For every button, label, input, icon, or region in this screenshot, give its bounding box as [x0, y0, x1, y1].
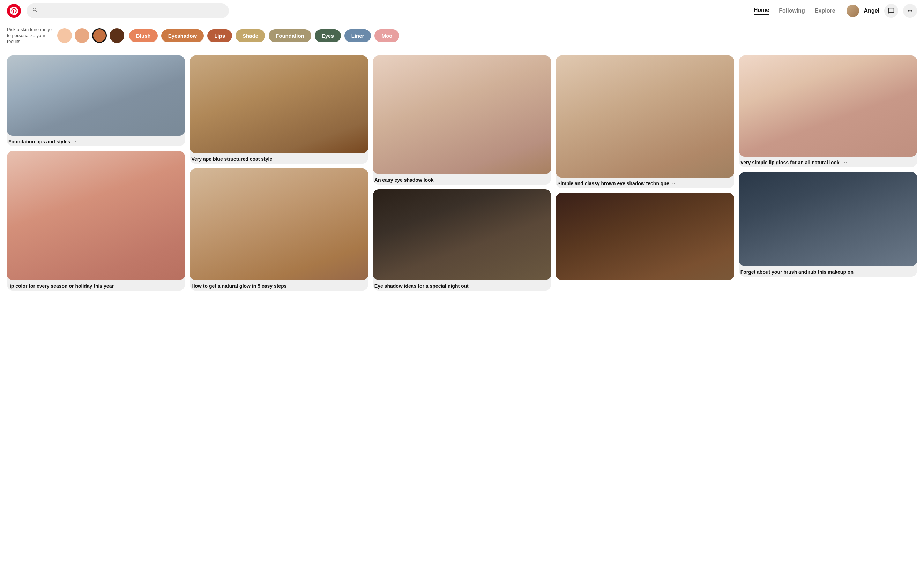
pin-6-more[interactable]: ···: [472, 283, 476, 289]
pin-10[interactable]: Forget about your brush and rub this mak…: [739, 172, 917, 276]
skin-tone-4[interactable]: [110, 28, 124, 43]
pin-7[interactable]: Simple and classy brown eye shadow techn…: [556, 56, 734, 188]
skin-tone-3[interactable]: [92, 28, 107, 43]
skin-tone-label: Pick a skin tone range to personalize yo…: [7, 27, 52, 45]
pill-shade[interactable]: Shade: [236, 29, 265, 42]
pin-1-more[interactable]: ···: [73, 139, 78, 145]
pin-9-more[interactable]: ···: [842, 159, 847, 166]
pin-5-title: An easy eye shadow look: [374, 177, 434, 183]
pill-eyeshadow[interactable]: Eyeshadow: [161, 29, 204, 42]
pin-2-more[interactable]: ···: [116, 283, 121, 289]
pin-1[interactable]: Foundation tips and styles ···: [7, 56, 185, 146]
pinterest-logo[interactable]: [7, 4, 21, 18]
pill-foundation[interactable]: Foundation: [269, 29, 311, 42]
search-bar[interactable]: Beauty tips: [26, 3, 229, 18]
skin-tones: [57, 28, 124, 43]
search-input[interactable]: Beauty tips: [42, 8, 223, 14]
masonry-col-3: Simple and classy brown eye shadow techn…: [556, 56, 734, 291]
masonry-col-0: Foundation tips and styles ··· lip color…: [7, 56, 185, 291]
skin-tone-2[interactable]: [75, 28, 89, 43]
header-right: Angel: [847, 4, 917, 18]
filter-pills: Blush Eyeshadow Lips Shade Foundation Ey…: [129, 29, 399, 42]
messages-button[interactable]: [884, 4, 898, 18]
pin-6-title: Eye shadow ideas for a special night out: [374, 283, 469, 289]
header: Beauty tips Home Following Explore Angel: [0, 0, 924, 22]
masonry-grid: Foundation tips and styles ··· lip color…: [7, 56, 917, 291]
pill-lips[interactable]: Lips: [207, 29, 232, 42]
more-button[interactable]: [903, 4, 917, 18]
pin-7-more[interactable]: ···: [672, 180, 677, 186]
pin-2[interactable]: lip color for every season or holiday th…: [7, 151, 185, 291]
pin-7-footer: Simple and classy brown eye shadow techn…: [556, 178, 734, 188]
masonry-col-1: Very ape blue structured coat style ··· …: [190, 56, 368, 291]
pin-3[interactable]: Very ape blue structured coat style ···: [190, 56, 368, 164]
pill-moo[interactable]: Moo: [374, 29, 399, 42]
nav-explore[interactable]: Explore: [815, 8, 836, 14]
pill-blush[interactable]: Blush: [129, 29, 158, 42]
masonry-col-4: Very simple lip gloss for an all natural…: [739, 56, 917, 291]
avatar-image: [847, 5, 859, 17]
pin-7-title: Simple and classy brown eye shadow techn…: [557, 181, 669, 186]
nav-following[interactable]: Following: [779, 8, 805, 14]
skin-tone-1[interactable]: [57, 28, 72, 43]
user-name[interactable]: Angel: [864, 8, 879, 14]
pin-9-title: Very simple lip gloss for an all natural…: [741, 160, 840, 165]
pin-10-footer: Forget about your brush and rub this mak…: [739, 266, 917, 276]
pill-eyes[interactable]: Eyes: [315, 29, 341, 42]
pin-3-more[interactable]: ···: [275, 156, 280, 162]
pins-grid: Foundation tips and styles ··· lip color…: [0, 50, 924, 296]
pin-5[interactable]: An easy eye shadow look ···: [373, 56, 551, 185]
pin-3-title: Very ape blue structured coat style: [191, 156, 272, 162]
pin-5-footer: An easy eye shadow look ···: [373, 174, 551, 185]
pin-4-title: How to get a natural glow in 5 easy step…: [191, 283, 287, 289]
pin-6-footer: Eye shadow ideas for a special night out…: [373, 280, 551, 291]
pin-9-footer: Very simple lip gloss for an all natural…: [739, 157, 917, 167]
nav-home[interactable]: Home: [754, 7, 769, 15]
pin-8[interactable]: [556, 193, 734, 280]
pill-liner[interactable]: Liner: [344, 29, 371, 42]
masonry-col-2: An easy eye shadow look ··· Eye shadow i…: [373, 56, 551, 291]
pin-2-title: lip color for every season or holiday th…: [8, 283, 114, 289]
pin-3-footer: Very ape blue structured coat style ···: [190, 153, 368, 164]
pin-9[interactable]: Very simple lip gloss for an all natural…: [739, 56, 917, 167]
avatar[interactable]: [847, 5, 859, 17]
pin-4[interactable]: How to get a natural glow in 5 easy step…: [190, 168, 368, 291]
nav-links: Home Following Explore: [754, 7, 836, 15]
pin-1-title: Foundation tips and styles: [8, 139, 70, 144]
pin-2-footer: lip color for every season or holiday th…: [7, 280, 185, 291]
search-icon: [32, 7, 38, 15]
pin-4-footer: How to get a natural glow in 5 easy step…: [190, 280, 368, 291]
pin-10-title: Forget about your brush and rub this mak…: [741, 269, 854, 275]
pin-10-more[interactable]: ···: [856, 269, 861, 275]
pin-5-more[interactable]: ···: [437, 177, 441, 183]
pin-6[interactable]: Eye shadow ideas for a special night out…: [373, 190, 551, 291]
pin-1-footer: Foundation tips and styles ···: [7, 136, 185, 146]
pin-4-more[interactable]: ···: [290, 283, 294, 289]
filter-bar: Pick a skin tone range to personalize yo…: [0, 22, 924, 50]
